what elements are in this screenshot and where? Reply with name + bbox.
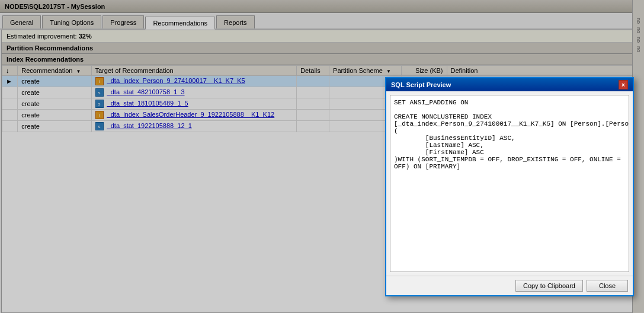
modal-body bbox=[386, 91, 633, 276]
sql-content-textarea[interactable] bbox=[390, 95, 629, 272]
modal-title: SQL Script Preview bbox=[391, 81, 451, 88]
modal-close-x-button[interactable]: × bbox=[619, 80, 628, 90]
close-button[interactable]: Close bbox=[587, 280, 628, 292]
modal-footer: Copy to Clipboard Close bbox=[386, 276, 633, 295]
sql-preview-modal: SQL Script Preview × Copy to Clipboard C… bbox=[385, 77, 634, 296]
copy-to-clipboard-button[interactable]: Copy to Clipboard bbox=[515, 280, 583, 292]
modal-title-bar: SQL Script Preview × bbox=[386, 78, 633, 91]
